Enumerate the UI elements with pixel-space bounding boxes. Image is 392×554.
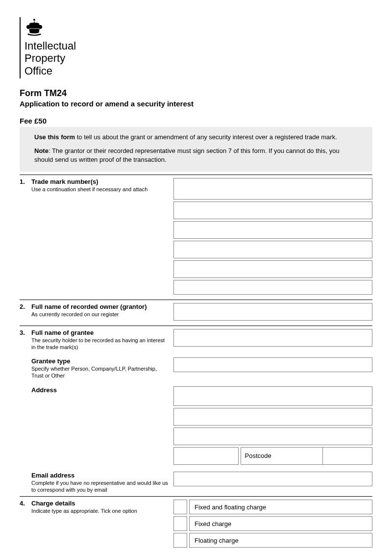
grantor-name-input[interactable]: [173, 303, 372, 321]
org-name-line: Office: [24, 65, 76, 77]
address-input[interactable]: [173, 408, 372, 426]
trademark-number-input[interactable]: [173, 201, 372, 219]
instruction-use: Use this form to tell us about the grant…: [34, 133, 358, 142]
address-title: Address: [31, 386, 169, 394]
section-2: 2. Full name of recorded owner (grantor)…: [20, 300, 372, 323]
form-title: Application to record or amend a securit…: [20, 100, 372, 108]
s4-sub: Indicate type as appropriate. Tick one o…: [31, 507, 169, 514]
grantee-type-sub: Specify whether Person, Company/LLP, Par…: [31, 365, 169, 379]
crown-crest-icon: [24, 17, 44, 37]
charge-option-label: Fixed charge: [189, 516, 372, 531]
s2-title: Full name of recorded owner (grantor): [31, 303, 169, 310]
section-number: 1.: [20, 178, 31, 297]
instruction-use-text: to tell us about the grant or amendment …: [75, 133, 337, 141]
email-title: Email address: [31, 472, 169, 479]
instruction-note: Note: The grantor or their recorded repr…: [34, 147, 358, 164]
grantee-name-input[interactable]: [173, 329, 372, 347]
section-number: 2.: [20, 303, 31, 323]
charge-option-label: Floating charge: [189, 533, 372, 548]
instruction-note-bold: Note: [34, 147, 49, 154]
svg-point-2: [38, 25, 42, 29]
svg-point-0: [33, 19, 35, 21]
org-name-line: Property: [24, 52, 76, 64]
charge-option-label: Fixed and floating charge: [189, 500, 372, 514]
s2-sub: As currently recorded on our register: [31, 311, 169, 318]
logo-divider: [20, 17, 21, 78]
address-input[interactable]: [173, 428, 372, 445]
charge-checkbox-floating[interactable]: [173, 533, 187, 548]
s4-title: Charge details: [31, 500, 169, 507]
section-4: 4. Charge details Indicate type as appro…: [20, 496, 372, 550]
section-number: 3.: [20, 329, 31, 494]
address-input[interactable]: [173, 447, 239, 465]
instruction-box: Use this form to tell us about the grant…: [20, 127, 372, 172]
section-1: 1. Trade mark number(s) Use a continuati…: [20, 175, 372, 297]
grantee-type-input[interactable]: [173, 357, 372, 372]
svg-point-1: [26, 25, 30, 29]
instruction-use-bold: Use this form: [34, 133, 75, 141]
email-input[interactable]: [173, 472, 372, 486]
trademark-number-input[interactable]: [173, 280, 372, 295]
s1-sub: Use a continuation sheet if necessary an…: [31, 186, 169, 193]
charge-checkbox-fixed-floating[interactable]: [173, 500, 187, 514]
trademark-number-input[interactable]: [173, 260, 372, 278]
email-sub: Complete if you have no representative a…: [31, 479, 169, 494]
org-name-line: Intellectual: [24, 40, 76, 52]
section-number: 4.: [20, 500, 31, 550]
logo-text: Intellectual Property Office: [24, 17, 76, 77]
logo-block: Intellectual Property Office: [20, 17, 372, 78]
section-3: 3. Full name of grantee The security hol…: [20, 326, 372, 494]
address-input[interactable]: [173, 386, 372, 406]
form-fee: Fee £50: [20, 117, 372, 125]
postcode-label: Postcode: [241, 447, 323, 465]
s3-title: Full name of grantee: [31, 329, 169, 336]
form-code: Form TM24: [20, 88, 372, 99]
s1-title: Trade mark number(s): [31, 178, 169, 185]
charge-checkbox-fixed[interactable]: [173, 516, 187, 531]
grantee-type-title: Grantee type: [31, 357, 169, 365]
trademark-number-input[interactable]: [173, 178, 372, 200]
instruction-note-text: : The grantor or their recorded represen…: [34, 147, 340, 163]
s3-sub: The security holder to be recorded as ha…: [31, 337, 169, 351]
postcode-input[interactable]: [323, 447, 372, 465]
trademark-number-input[interactable]: [173, 241, 372, 258]
trademark-number-input[interactable]: [173, 221, 372, 239]
